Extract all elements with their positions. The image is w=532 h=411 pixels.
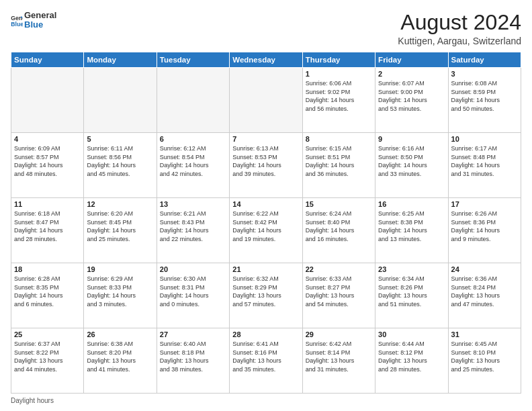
day-info: Sunrise: 6:38 AM Sunset: 8:20 PM Dayligh… [87,340,153,373]
day-info: Sunrise: 6:20 AM Sunset: 8:45 PM Dayligh… [87,210,153,243]
day-info: Sunrise: 6:40 AM Sunset: 8:18 PM Dayligh… [160,340,226,373]
day-info: Sunrise: 6:18 AM Sunset: 8:47 PM Dayligh… [14,210,81,243]
day-number: 17 [451,200,518,208]
logo-icon: General Blue [11,13,23,28]
calendar-cell: 8Sunrise: 6:15 AM Sunset: 8:51 PM Daylig… [302,133,375,198]
calendar-cell: 22Sunrise: 6:33 AM Sunset: 8:27 PM Dayli… [302,263,375,328]
calendar-cell: 15Sunrise: 6:24 AM Sunset: 8:40 PM Dayli… [302,198,375,263]
day-number: 20 [160,265,226,273]
day-number: 23 [378,265,445,273]
day-number: 5 [87,135,153,143]
footer-note: Daylight hours [11,397,521,404]
day-number: 2 [378,70,445,78]
day-info: Sunrise: 6:09 AM Sunset: 8:57 PM Dayligh… [14,144,81,178]
day-number: 21 [232,265,299,273]
day-info: Sunrise: 6:36 AM Sunset: 8:24 PM Dayligh… [451,275,518,308]
calendar-cell: 29Sunrise: 6:42 AM Sunset: 8:14 PM Dayli… [302,328,375,394]
col-header-tuesday: Tuesday [157,52,229,68]
day-number: 4 [14,135,81,143]
col-header-friday: Friday [375,52,448,68]
day-number: 29 [306,330,372,338]
day-info: Sunrise: 6:32 AM Sunset: 8:29 PM Dayligh… [232,275,299,308]
calendar-table: SundayMondayTuesdayWednesdayThursdayFrid… [11,52,521,394]
day-number: 1 [306,70,372,78]
day-info: Sunrise: 6:30 AM Sunset: 8:31 PM Dayligh… [160,275,226,308]
calendar-cell: 14Sunrise: 6:22 AM Sunset: 8:42 PM Dayli… [230,198,302,263]
calendar-cell [84,68,157,133]
day-number: 13 [160,200,226,208]
col-header-wednesday: Wednesday [230,52,302,68]
calendar-cell: 21Sunrise: 6:32 AM Sunset: 8:29 PM Dayli… [230,263,302,328]
day-info: Sunrise: 6:41 AM Sunset: 8:16 PM Dayligh… [232,340,299,373]
calendar-week-row: 4Sunrise: 6:09 AM Sunset: 8:57 PM Daylig… [11,133,521,198]
calendar-week-row: 25Sunrise: 6:37 AM Sunset: 8:22 PM Dayli… [11,328,521,394]
calendar-cell: 19Sunrise: 6:29 AM Sunset: 8:33 PM Dayli… [84,263,157,328]
main-title: August 2024 [398,11,521,34]
col-header-sunday: Sunday [11,52,84,68]
day-info: Sunrise: 6:06 AM Sunset: 9:02 PM Dayligh… [306,79,372,113]
day-number: 25 [14,330,81,338]
day-number: 18 [14,265,81,273]
logo-line2: Blue [24,20,56,30]
day-info: Sunrise: 6:29 AM Sunset: 8:33 PM Dayligh… [87,275,153,308]
day-number: 27 [160,330,226,338]
calendar-cell [11,68,84,133]
day-info: Sunrise: 6:34 AM Sunset: 8:26 PM Dayligh… [378,275,445,308]
calendar-week-row: 18Sunrise: 6:28 AM Sunset: 8:35 PM Dayli… [11,263,521,328]
title-block: August 2024 Kuttigen, Aargau, Switzerlan… [398,11,521,46]
col-header-thursday: Thursday [302,52,375,68]
calendar-cell [157,68,229,133]
col-header-saturday: Saturday [448,52,521,68]
logo: General Blue General Blue [11,11,56,30]
day-info: Sunrise: 6:13 AM Sunset: 8:53 PM Dayligh… [232,144,299,178]
calendar-cell: 11Sunrise: 6:18 AM Sunset: 8:47 PM Dayli… [11,198,84,263]
logo-line1: General [24,11,56,20]
day-info: Sunrise: 6:16 AM Sunset: 8:50 PM Dayligh… [378,144,445,178]
day-number: 6 [160,135,226,143]
calendar-cell: 25Sunrise: 6:37 AM Sunset: 8:22 PM Dayli… [11,328,84,394]
calendar-cell: 24Sunrise: 6:36 AM Sunset: 8:24 PM Dayli… [448,263,521,328]
calendar-cell [230,68,302,133]
day-info: Sunrise: 6:17 AM Sunset: 8:48 PM Dayligh… [451,144,518,178]
day-number: 15 [306,200,372,208]
header: General Blue General Blue August 2024 Ku… [11,11,521,46]
day-number: 31 [451,330,518,338]
day-number: 10 [451,135,518,143]
day-number: 11 [14,200,81,208]
day-number: 26 [87,330,153,338]
day-info: Sunrise: 6:15 AM Sunset: 8:51 PM Dayligh… [306,144,372,178]
day-number: 24 [451,265,518,273]
calendar-cell: 20Sunrise: 6:30 AM Sunset: 8:31 PM Dayli… [157,263,229,328]
day-info: Sunrise: 6:28 AM Sunset: 8:35 PM Dayligh… [14,275,81,308]
day-info: Sunrise: 6:25 AM Sunset: 8:38 PM Dayligh… [378,210,445,243]
calendar-cell: 30Sunrise: 6:44 AM Sunset: 8:12 PM Dayli… [375,328,448,394]
calendar-week-row: 11Sunrise: 6:18 AM Sunset: 8:47 PM Dayli… [11,198,521,263]
day-info: Sunrise: 6:44 AM Sunset: 8:12 PM Dayligh… [378,340,445,373]
calendar-cell: 5Sunrise: 6:11 AM Sunset: 8:56 PM Daylig… [84,133,157,198]
calendar-cell: 26Sunrise: 6:38 AM Sunset: 8:20 PM Dayli… [84,328,157,394]
day-number: 22 [306,265,372,273]
subtitle: Kuttigen, Aargau, Switzerland [398,36,521,46]
svg-text:General: General [11,15,23,21]
day-number: 28 [232,330,299,338]
day-info: Sunrise: 6:33 AM Sunset: 8:27 PM Dayligh… [306,275,372,308]
day-number: 8 [306,135,372,143]
calendar-cell: 28Sunrise: 6:41 AM Sunset: 8:16 PM Dayli… [230,328,302,394]
calendar-cell: 10Sunrise: 6:17 AM Sunset: 8:48 PM Dayli… [448,133,521,198]
calendar-cell: 31Sunrise: 6:45 AM Sunset: 8:10 PM Dayli… [448,328,521,394]
calendar-cell: 1Sunrise: 6:06 AM Sunset: 9:02 PM Daylig… [302,68,375,133]
day-info: Sunrise: 6:26 AM Sunset: 8:36 PM Dayligh… [451,210,518,243]
calendar-cell: 27Sunrise: 6:40 AM Sunset: 8:18 PM Dayli… [157,328,229,394]
calendar-cell: 23Sunrise: 6:34 AM Sunset: 8:26 PM Dayli… [375,263,448,328]
page: General Blue General Blue August 2024 Ku… [0,0,532,411]
day-info: Sunrise: 6:11 AM Sunset: 8:56 PM Dayligh… [87,144,153,178]
calendar-cell: 9Sunrise: 6:16 AM Sunset: 8:50 PM Daylig… [375,133,448,198]
calendar-week-row: 1Sunrise: 6:06 AM Sunset: 9:02 PM Daylig… [11,68,521,133]
day-info: Sunrise: 6:45 AM Sunset: 8:10 PM Dayligh… [451,340,518,373]
day-info: Sunrise: 6:37 AM Sunset: 8:22 PM Dayligh… [14,340,81,373]
day-info: Sunrise: 6:21 AM Sunset: 8:43 PM Dayligh… [160,210,226,243]
col-header-monday: Monday [84,52,157,68]
day-number: 7 [232,135,299,143]
calendar-cell: 2Sunrise: 6:07 AM Sunset: 9:00 PM Daylig… [375,68,448,133]
day-info: Sunrise: 6:08 AM Sunset: 8:59 PM Dayligh… [451,79,518,113]
